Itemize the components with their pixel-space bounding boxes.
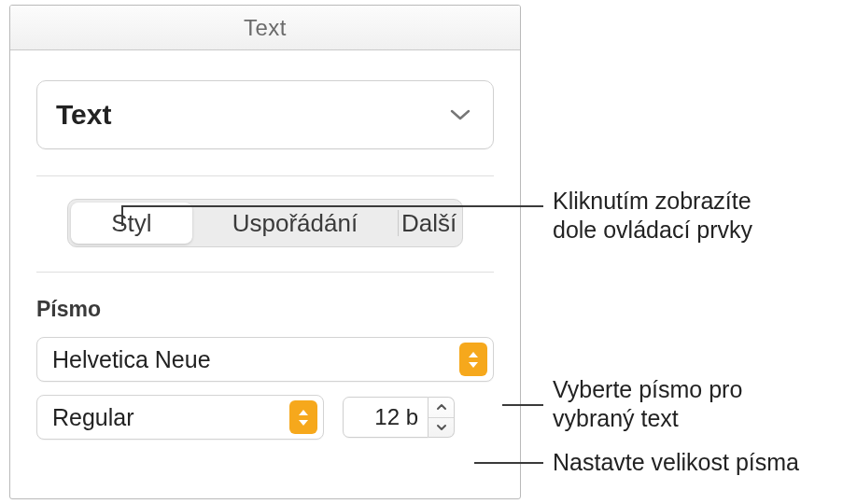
svg-marker-2 bbox=[299, 410, 308, 415]
tab-more[interactable]: Další bbox=[399, 203, 459, 244]
stepper-down-button[interactable] bbox=[428, 417, 454, 438]
popup-arrows-icon bbox=[459, 343, 487, 376]
text-inspector-panel: Text Text Styl Uspořádání Další Písmo He… bbox=[9, 5, 521, 499]
panel-body: Text Styl Uspořádání Další Písmo Helveti… bbox=[10, 50, 520, 440]
stepper-up-button[interactable] bbox=[428, 398, 454, 417]
popup-arrows-icon bbox=[289, 400, 317, 434]
font-family-popup[interactable]: Helvetica Neue bbox=[36, 337, 494, 382]
chevron-up-icon bbox=[436, 403, 447, 411]
font-section-label: Písmo bbox=[36, 297, 494, 322]
font-family-value: Helvetica Neue bbox=[52, 346, 459, 373]
callout-line bbox=[121, 205, 543, 207]
paragraph-style-popup[interactable]: Text bbox=[36, 80, 494, 149]
tab-style[interactable]: Styl bbox=[71, 203, 192, 244]
divider bbox=[36, 175, 494, 176]
callout-font-size: Nastavte velikost písma bbox=[553, 448, 851, 477]
font-size-stepper bbox=[428, 397, 455, 438]
paragraph-style-label: Text bbox=[56, 99, 111, 131]
callout-line bbox=[121, 205, 123, 226]
svg-marker-3 bbox=[299, 420, 308, 426]
divider bbox=[36, 272, 494, 273]
callout-font-family: Vyberte písmo pro vybraný text bbox=[553, 375, 795, 434]
svg-marker-0 bbox=[469, 352, 478, 357]
font-style-value: Regular bbox=[52, 404, 289, 431]
callout-line bbox=[502, 404, 543, 406]
font-size-input[interactable]: 12 b bbox=[343, 397, 428, 438]
panel-title: Text bbox=[10, 6, 520, 50]
chevron-down-icon bbox=[450, 108, 471, 121]
font-style-popup[interactable]: Regular bbox=[36, 395, 324, 440]
svg-marker-1 bbox=[469, 362, 478, 368]
chevron-down-icon bbox=[436, 424, 447, 431]
callout-line bbox=[474, 462, 543, 464]
callout-tabs: Kliknutím zobrazíte dole ovládací prvky bbox=[553, 187, 795, 245]
tab-layout[interactable]: Uspořádání bbox=[192, 203, 399, 244]
font-size-field: 12 b bbox=[343, 395, 455, 440]
